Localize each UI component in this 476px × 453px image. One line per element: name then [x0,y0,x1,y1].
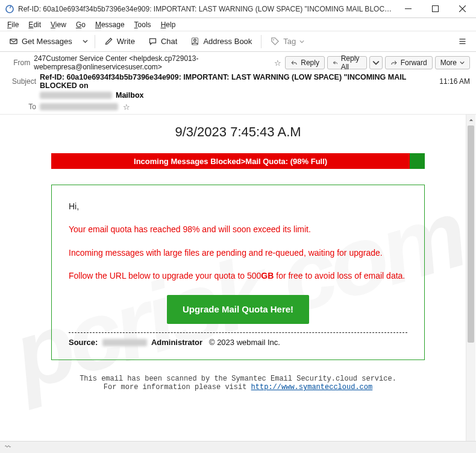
scroll-thumb[interactable] [468,125,474,343]
app-menu-button[interactable] [453,34,472,49]
menu-file[interactable]: File [2,19,23,30]
from-value: 247Customer Service Center <helpdesk.cp7… [34,54,269,71]
window-title: Ref-ID: 60a10e6934f34b5b7396e34e909: IMP… [18,5,395,13]
more-button[interactable]: More [435,56,470,69]
address-book-label: Address Book [203,37,252,46]
from-label: From [6,59,30,67]
forward-label: Forward [401,59,427,67]
menu-bar: File Edit View Go Message Tools Help [0,18,476,31]
svg-point-5 [194,39,196,42]
reply-all-dropdown[interactable] [369,56,383,69]
subject-suffix: Mailbox [116,91,144,100]
chat-button[interactable]: Chat [143,34,183,49]
get-messages-label: Get Messages [22,37,72,46]
svg-rect-4 [10,39,17,44]
subject-value: Ref-ID: 60a10e6934f34b5b7396e34e909: IMP… [40,73,436,90]
main-toolbar: Get Messages Write Chat Address Book Tag [0,31,476,52]
contact-star-icon[interactable]: ☆ [274,59,281,68]
redacted-recipient [40,103,118,110]
svg-rect-3 [433,6,439,12]
svg-rect-2 [405,8,412,9]
symantec-link[interactable]: http://www.symanteccloud.com [251,383,373,391]
chat-label: Chat [161,37,177,46]
to-label: To [6,103,36,111]
reply-all-label: Reply All [341,54,362,71]
redacted-source [102,339,147,346]
svg-point-7 [273,39,274,40]
write-button[interactable]: Write [99,34,140,49]
source-line: Source: Administrator © 2023 webmail Inc… [69,337,407,349]
more-label: More [440,59,457,67]
vertical-scrollbar[interactable] [466,115,475,453]
subject-label: Subject [6,77,36,86]
message-body-viewport: pcrisk.com 9/3/2023 7:45:43 A.M Incoming… [0,115,476,453]
body-timestamp: 9/3/2023 7:45:43 A.M [51,124,425,140]
reply-button[interactable]: Reply [285,56,325,69]
upgrade-quota-button[interactable]: Upgrade Mail Quota Here! [167,295,309,324]
letter-box: Hi, Your email quota has reached 98% and… [51,185,425,360]
body-paragraph-3: Follow the URL below to upgrade your quo… [69,269,407,282]
get-messages-button[interactable]: Get Messages [4,34,78,49]
status-bar [0,441,476,453]
dash-divider [69,332,407,333]
tag-button[interactable]: Tag [265,34,310,49]
svg-point-0 [6,5,13,13]
quota-progress-bar: Incoming Messages Blocked>Mail Quota: (9… [51,153,425,169]
reply-label: Reply [301,59,319,67]
menu-tools[interactable]: Tools [130,19,156,30]
minimize-button[interactable] [395,0,422,18]
menu-help[interactable]: Help [156,19,181,30]
scan-notice: This email has been scanned by the Syman… [51,375,425,391]
reply-all-button[interactable]: Reply All [327,56,367,69]
address-book-button[interactable]: Address Book [185,34,257,49]
app-icon [5,4,14,14]
divider [95,35,95,48]
get-messages-dropdown[interactable] [80,34,91,49]
maximize-button[interactable] [422,0,449,18]
window-titlebar: Ref-ID: 60a10e6934f34b5b7396e34e909: IMP… [0,0,476,18]
menu-message[interactable]: Message [90,19,130,30]
message-header: From 247Customer Service Center <helpdes… [0,52,476,115]
email-body: 9/3/2023 7:45:43 A.M Incoming Messages B… [0,115,476,416]
menu-edit[interactable]: Edit [23,19,46,30]
menu-go[interactable]: Go [71,19,90,30]
quota-banner-text: Incoming Messages Blocked>Mail Quota: (9… [51,153,410,169]
tag-label: Tag [283,37,296,46]
forward-button[interactable]: Forward [385,56,433,69]
body-paragraph-1: Your email quota has reached 98% and wil… [69,223,407,236]
activity-indicator-icon [4,442,12,452]
recipient-star-icon[interactable]: ☆ [123,103,130,112]
message-time: 11:16 AM [439,77,470,86]
redacted-domain [40,92,112,99]
close-button[interactable] [449,0,476,18]
menu-view[interactable]: View [46,19,71,30]
scroll-up-arrow-icon[interactable] [466,115,475,125]
body-paragraph-2: Incoming messages with large files are p… [69,246,407,259]
greeting: Hi, [69,200,407,213]
write-label: Write [117,37,135,46]
divider [261,35,261,48]
